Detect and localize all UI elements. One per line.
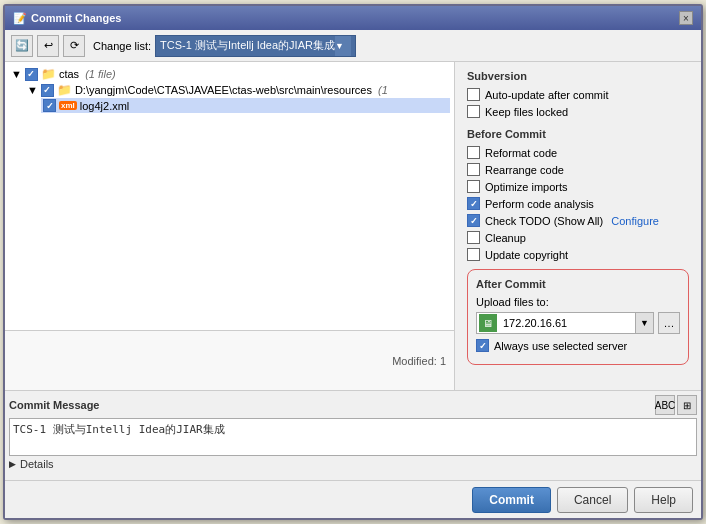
option-keep-locked: Keep files locked xyxy=(467,105,689,118)
server-icon: 🖥 xyxy=(479,314,497,332)
right-panel: Subversion Auto-update after commit Keep… xyxy=(455,62,701,390)
help-button[interactable]: Help xyxy=(634,487,693,513)
always-use-label: Always use selected server xyxy=(494,340,627,352)
commit-button[interactable]: Commit xyxy=(472,487,551,513)
rearrange-label: Rearrange code xyxy=(485,164,564,176)
option-reformat: Reformat code xyxy=(467,146,689,159)
before-commit-divider: Before Commit xyxy=(467,128,689,140)
check-todo-label: Check TODO (Show All) xyxy=(485,215,606,227)
left-panel: ▼ 📁 ctas (1 file) ▼ 📁 D:\yangjm\Code\CTA… xyxy=(5,62,455,390)
cleanup-label: Cleanup xyxy=(485,232,526,244)
option-optimize: Optimize imports xyxy=(467,180,689,193)
details-arrow: ▶ xyxy=(9,459,16,469)
modified-info: Modified: 1 xyxy=(392,355,446,367)
folder-icon-ctas: 📁 xyxy=(41,67,56,81)
path-label: D:\yangjm\Code\CTAS\JAVAEE\ctas-web\src\… xyxy=(75,84,372,96)
after-commit-title: After Commit xyxy=(476,278,680,290)
configure-link[interactable]: Configure xyxy=(611,215,659,227)
reload-button[interactable]: ⟳ xyxy=(63,35,85,57)
option-update-copyright: Update copyright xyxy=(467,248,689,261)
expand-arrow: ▼ xyxy=(11,68,22,80)
server-dropdown-arrow[interactable]: ▼ xyxy=(635,313,653,333)
main-content: ▼ 📁 ctas (1 file) ▼ 📁 D:\yangjm\Code\CTA… xyxy=(5,62,701,390)
commit-message-area: Commit Message ABC ⊞ TCS-1 测试与Intellj Id… xyxy=(5,390,701,480)
left-bottom: Modified: 1 xyxy=(5,330,454,390)
dialog-icon: 📝 xyxy=(13,12,27,25)
auto-update-label: Auto-update after commit xyxy=(485,89,609,101)
toolbar: 🔄 ↩ ⟳ Change list: TCS-1 测试与Intellj Idea… xyxy=(5,30,701,62)
expand-arrow-path: ▼ xyxy=(27,84,38,96)
ctas-label: ctas xyxy=(59,68,79,80)
changelist-arrow[interactable]: ▼ xyxy=(335,36,351,56)
option-cleanup: Cleanup xyxy=(467,231,689,244)
log4j2-label: log4j2.xml xyxy=(80,100,130,112)
reformat-label: Reformat code xyxy=(485,147,557,159)
checkbox-reformat[interactable] xyxy=(467,146,480,159)
server-dropdown[interactable]: 🖥 172.20.16.61 ▼ xyxy=(476,312,654,334)
ctas-count: (1 file) xyxy=(82,68,116,80)
checkbox-keep-locked[interactable] xyxy=(467,105,480,118)
option-code-analysis: Perform code analysis xyxy=(467,197,689,210)
checkbox-rearrange[interactable] xyxy=(467,163,480,176)
optimize-label: Optimize imports xyxy=(485,181,568,193)
checkbox-check-todo[interactable] xyxy=(467,214,480,227)
details-row[interactable]: ▶ Details xyxy=(9,458,697,470)
dialog-title: Commit Changes xyxy=(31,12,121,24)
tree-item-log4j2[interactable]: xml log4j2.xml xyxy=(41,98,450,113)
changelist-dropdown[interactable]: TCS-1 测试与Intellj Idea的JIAR集成 ▼ xyxy=(155,35,356,57)
server-browse-button[interactable]: … xyxy=(658,312,680,334)
checkbox-path[interactable] xyxy=(41,84,54,97)
commit-message-header: Commit Message ABC ⊞ xyxy=(9,395,697,415)
checkbox-ctas[interactable] xyxy=(25,68,38,81)
commit-message-input[interactable]: TCS-1 测试与Intellj Idea的JIAR集成 xyxy=(9,418,697,456)
close-button[interactable]: × xyxy=(679,11,693,25)
title-bar-left: 📝 Commit Changes xyxy=(13,12,121,25)
option-auto-update: Auto-update after commit xyxy=(467,88,689,101)
keep-locked-label: Keep files locked xyxy=(485,106,568,118)
checkbox-cleanup[interactable] xyxy=(467,231,480,244)
checkbox-log4j2[interactable] xyxy=(43,99,56,112)
checkbox-code-analysis[interactable] xyxy=(467,197,480,210)
option-rearrange: Rearrange code xyxy=(467,163,689,176)
checkbox-auto-update[interactable] xyxy=(467,88,480,101)
upload-label: Upload files to: xyxy=(476,296,680,308)
checkbox-always-use[interactable] xyxy=(476,339,489,352)
table-button[interactable]: ⊞ xyxy=(677,395,697,415)
title-bar: 📝 Commit Changes × xyxy=(5,6,701,30)
footer: Commit Cancel Help xyxy=(5,480,701,518)
commit-message-label: Commit Message xyxy=(9,399,99,411)
server-value: 172.20.16.61 xyxy=(499,317,635,329)
message-toolbar: ABC ⊞ xyxy=(655,395,697,415)
file-tree: ▼ 📁 ctas (1 file) ▼ 📁 D:\yangjm\Code\CTA… xyxy=(5,62,454,330)
tree-item-path[interactable]: ▼ 📁 D:\yangjm\Code\CTAS\JAVAEE\ctas-web\… xyxy=(25,82,450,98)
xml-badge: xml xyxy=(59,101,77,110)
details-label: Details xyxy=(20,458,54,470)
tree-item-ctas[interactable]: ▼ 📁 ctas (1 file) xyxy=(9,66,450,82)
option-always-use: Always use selected server xyxy=(476,339,680,352)
path-count: (1 xyxy=(375,84,388,96)
checkbox-update-copyright[interactable] xyxy=(467,248,480,261)
upload-row: 🖥 172.20.16.61 ▼ … xyxy=(476,312,680,334)
cancel-button[interactable]: Cancel xyxy=(557,487,628,513)
commit-dialog: 📝 Commit Changes × 🔄 ↩ ⟳ Change list: TC… xyxy=(3,4,703,520)
changelist-value: TCS-1 测试与Intellj Idea的JIAR集成 xyxy=(160,38,335,53)
abc-button[interactable]: ABC xyxy=(655,395,675,415)
refresh-button[interactable]: 🔄 xyxy=(11,35,33,57)
update-copyright-label: Update copyright xyxy=(485,249,568,261)
subversion-title: Subversion xyxy=(467,70,689,82)
checkbox-optimize[interactable] xyxy=(467,180,480,193)
folder-icon-path: 📁 xyxy=(57,83,72,97)
option-check-todo: Check TODO (Show All) Configure xyxy=(467,214,689,227)
rollback-button[interactable]: ↩ xyxy=(37,35,59,57)
after-commit-section: After Commit Upload files to: 🖥 172.20.1… xyxy=(467,269,689,365)
code-analysis-label: Perform code analysis xyxy=(485,198,594,210)
before-commit-title: Before Commit xyxy=(467,128,689,140)
changelist-label: Change list: xyxy=(93,40,151,52)
